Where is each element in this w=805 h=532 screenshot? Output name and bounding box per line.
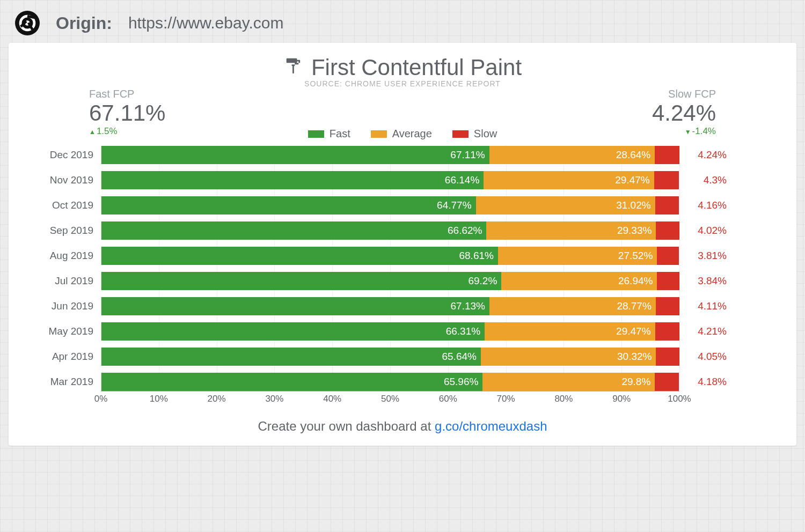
slow-value-label: 3.84%	[679, 275, 727, 287]
slow-value-label: 4.05%	[679, 351, 727, 363]
bar-track: 68.61%27.52%	[101, 247, 679, 265]
y-axis-label: May 2019	[25, 326, 101, 337]
bar-slow	[654, 171, 679, 189]
chart-row: Jun 201967.13%28.77%4.11%	[25, 293, 727, 319]
bar-average: 29.47%	[484, 171, 654, 189]
chart-row: Nov 201966.14%29.47%4.3%	[25, 167, 727, 193]
slow-value-label: 3.81%	[679, 250, 727, 262]
bar-fast: 64.77%	[101, 196, 476, 215]
slow-value-label: 4.21%	[679, 326, 727, 337]
bar-slow	[656, 348, 679, 366]
bar-fast: 68.61%	[101, 247, 498, 265]
page-header: Origin: https://www.ebay.com	[3, 3, 802, 43]
footer-link[interactable]: g.co/chromeuxdash	[435, 419, 547, 433]
slow-value-label: 4.16%	[679, 200, 727, 211]
bar-average: 30.32%	[481, 348, 656, 366]
slow-fcp-value: 4.24%	[652, 100, 716, 126]
slow-value-label: 4.02%	[679, 225, 727, 237]
y-axis-label: Nov 2019	[25, 174, 101, 186]
bar-track: 66.14%29.47%	[101, 171, 679, 189]
fcp-card: First Contentful Paint SOURCE: CHROME US…	[9, 43, 796, 446]
bar-fast: 66.31%	[101, 322, 485, 341]
bar-average: 29.33%	[486, 221, 656, 240]
paint-roller-icon	[283, 55, 302, 80]
fcp-bar-chart: Dec 201967.11%28.64%4.24%Nov 201966.14%2…	[25, 142, 780, 394]
legend-average: Average	[371, 128, 432, 140]
x-axis-tick: 50%	[381, 394, 399, 404]
bar-slow	[655, 196, 679, 215]
chart-row: Aug 201968.61%27.52%3.81%	[25, 243, 727, 268]
bar-average: 29.8%	[482, 373, 655, 391]
bar-slow	[655, 146, 679, 164]
bar-fast: 65.64%	[101, 348, 481, 366]
chart-title: First Contentful Paint	[283, 55, 522, 80]
bar-track: 65.96%29.8%	[101, 373, 679, 391]
bar-track: 64.77%31.02%	[101, 196, 679, 215]
slow-fcp-label: Slow FCP	[668, 88, 716, 100]
chart-row: Dec 201967.11%28.64%4.24%	[25, 142, 727, 167]
bar-average: 31.02%	[476, 196, 655, 215]
x-axis-tick: 60%	[439, 394, 457, 404]
bar-track: 65.64%30.32%	[101, 348, 679, 366]
y-axis-label: Aug 2019	[25, 250, 101, 262]
chart-row: Apr 201965.64%30.32%4.05%	[25, 344, 727, 369]
x-axis-tick: 0%	[94, 394, 108, 404]
bar-slow	[657, 247, 679, 265]
kpi-row: Fast FCP 67.11% 1.5% Fast Average Slow S…	[89, 88, 716, 137]
card-footer: Create your own dashboard at g.co/chrome…	[25, 419, 780, 434]
chart-row: Oct 201964.77%31.02%4.16%	[25, 193, 727, 218]
x-axis-tick: 70%	[497, 394, 515, 404]
y-axis-label: Jul 2019	[25, 275, 101, 287]
y-axis-label: Apr 2019	[25, 351, 101, 363]
chart-row: Mar 201965.96%29.8%4.18%	[25, 369, 727, 394]
y-axis-label: Jun 2019	[25, 300, 101, 312]
swatch-fast	[308, 130, 324, 138]
bar-average: 26.94%	[501, 272, 657, 290]
x-axis-tick: 90%	[612, 394, 631, 404]
bar-track: 67.11%28.64%	[101, 146, 679, 164]
legend-fast: Fast	[308, 128, 350, 140]
chart-legend: Fast Average Slow	[89, 128, 716, 140]
bar-average: 28.77%	[489, 297, 656, 315]
y-axis-label: Dec 2019	[25, 149, 101, 161]
x-axis-tick: 100%	[668, 394, 691, 404]
bar-fast: 65.96%	[101, 373, 482, 391]
origin-label: Origin:	[56, 13, 112, 33]
y-axis-label: Mar 2019	[25, 376, 101, 388]
bar-track: 66.62%29.33%	[101, 221, 679, 240]
bar-fast: 67.13%	[101, 297, 489, 315]
footer-text: Create your own dashboard at	[258, 419, 435, 433]
origin-url: https://www.ebay.com	[128, 14, 284, 32]
bar-average: 28.64%	[489, 146, 655, 164]
legend-slow: Slow	[452, 128, 497, 140]
chart-row: Sep 201966.62%29.33%4.02%	[25, 218, 727, 243]
slow-value-label: 4.11%	[679, 300, 727, 312]
slow-value-label: 4.24%	[679, 149, 727, 161]
bar-slow	[655, 322, 679, 341]
bar-slow	[656, 297, 679, 315]
y-axis-label: Oct 2019	[25, 200, 101, 211]
chart-source: SOURCE: CHROME USER EXPERIENCE REPORT	[25, 79, 780, 88]
chart-row: May 201966.31%29.47%4.21%	[25, 319, 727, 344]
y-axis-label: Sep 2019	[25, 225, 101, 237]
bar-average: 29.47%	[485, 322, 655, 341]
chart-row: Jul 201969.2%26.94%3.84%	[25, 268, 727, 293]
chrome-icon	[15, 11, 40, 35]
x-axis-tick: 30%	[265, 394, 283, 404]
bar-fast: 69.2%	[101, 272, 501, 290]
bar-track: 67.13%28.77%	[101, 297, 679, 315]
fast-fcp-value: 67.11%	[89, 100, 165, 126]
bar-fast: 67.11%	[101, 146, 489, 164]
bar-slow	[655, 373, 679, 391]
bar-slow	[656, 221, 679, 240]
bar-track: 69.2%26.94%	[101, 272, 679, 290]
x-axis-tick: 10%	[150, 394, 168, 404]
swatch-average	[371, 130, 387, 138]
swatch-slow	[452, 130, 469, 138]
x-axis-tick: 40%	[323, 394, 341, 404]
bar-fast: 66.14%	[101, 171, 484, 189]
x-axis: 0%10%20%30%40%50%60%70%80%90%100%	[101, 391, 679, 408]
slow-value-label: 4.3%	[679, 174, 727, 186]
bar-average: 27.52%	[498, 247, 657, 265]
bar-slow	[657, 272, 679, 290]
